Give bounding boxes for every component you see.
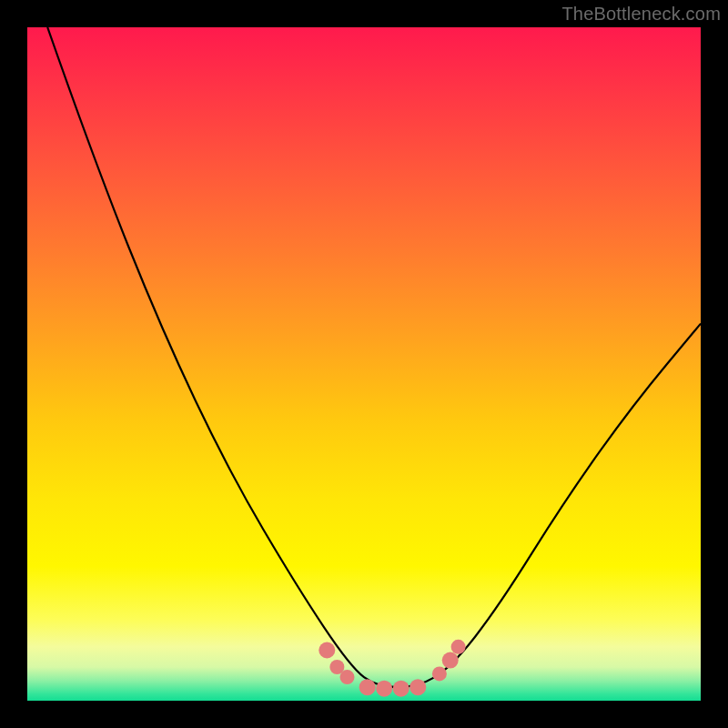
data-marker [340, 670, 355, 684]
data-marker [359, 679, 376, 695]
watermark-text: TheBottleneck.com [561, 4, 721, 25]
data-marker [451, 640, 466, 654]
data-marker [318, 642, 335, 659]
plot-area [27, 27, 701, 701]
chart-frame: TheBottleneck.com [0, 0, 728, 728]
data-marker [376, 681, 392, 697]
data-marker [410, 679, 426, 695]
data-marker [442, 652, 459, 669]
bottleneck-curve [27, 27, 701, 701]
series-line [47, 27, 701, 687]
data-marker [393, 681, 410, 697]
data-marker [432, 666, 447, 681]
